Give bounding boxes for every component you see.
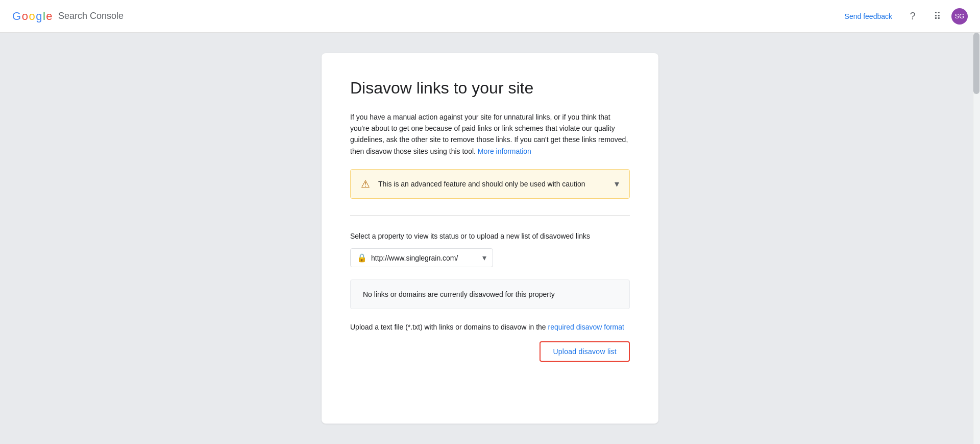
main-card: Disavow links to your site If you have a… (322, 53, 658, 424)
scrollbar-thumb[interactable] (973, 33, 979, 94)
help-icon: ? (910, 10, 915, 22)
section-label: Select a property to view its status or … (350, 232, 630, 240)
property-url: http://www.singlegrain.com/ (371, 254, 458, 262)
header-left: Google Search Console (12, 10, 124, 23)
upload-description: Upload a text file (*.txt) with links or… (350, 321, 630, 333)
upload-section: Upload a text file (*.txt) with links or… (350, 321, 630, 361)
upload-btn-row: Upload disavow list (350, 341, 630, 362)
warning-icon: ⚠ (361, 178, 370, 190)
upload-description-text: Upload a text file (*.txt) with links or… (350, 323, 546, 331)
upload-disavow-list-button[interactable]: Upload disavow list (540, 341, 630, 362)
send-feedback-button[interactable]: Send feedback (839, 8, 898, 25)
property-select-dropdown[interactable]: 🔒 http://www.singlegrain.com/ ▾ (350, 248, 493, 267)
warning-text: This is an advanced feature and should o… (378, 180, 585, 188)
avatar[interactable]: SG (951, 8, 968, 25)
scrollbar-track (973, 33, 980, 444)
page-title: Disavow links to your site (350, 78, 630, 99)
status-box: No links or domains are currently disavo… (350, 279, 630, 309)
warning-box[interactable]: ⚠ This is an advanced feature and should… (350, 169, 630, 199)
app-title: Search Console (58, 11, 124, 21)
warning-box-left: ⚠ This is an advanced feature and should… (361, 178, 585, 190)
header-right: Send feedback ? ⠿ SG (839, 6, 968, 27)
required-format-link[interactable]: required disavow format (548, 323, 624, 331)
chevron-down-icon: ▾ (615, 178, 619, 190)
more-information-link[interactable]: More information (478, 147, 531, 155)
google-logo: Google (12, 10, 52, 23)
dropdown-arrow-icon: ▾ (482, 253, 486, 263)
lock-icon: 🔒 (357, 253, 367, 263)
property-select-left: 🔒 http://www.singlegrain.com/ (357, 253, 458, 263)
apps-button[interactable]: ⠿ (927, 6, 947, 27)
app-header: Google Search Console Send feedback ? ⠿ … (0, 0, 980, 33)
help-button[interactable]: ? (902, 6, 923, 27)
section-divider (350, 215, 630, 216)
status-message: No links or domains are currently disavo… (363, 290, 555, 298)
page-description: If you have a manual action against your… (350, 111, 630, 157)
apps-icon: ⠿ (934, 10, 941, 22)
main-content: Disavow links to your site If you have a… (0, 33, 980, 444)
